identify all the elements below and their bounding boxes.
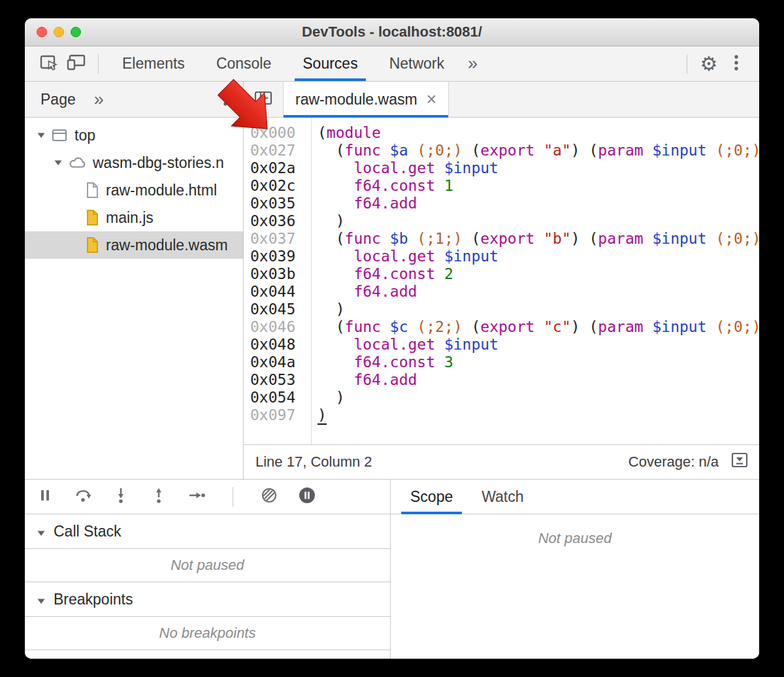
tab-console[interactable]: Console <box>201 46 287 81</box>
code-line[interactable]: (module <box>318 124 759 142</box>
tree-item-raw-module-html[interactable]: raw-module.html <box>25 176 243 204</box>
deactivate-breakpoints-icon <box>260 486 278 507</box>
line-address[interactable]: 0x048 <box>250 336 311 354</box>
cloud-icon <box>68 156 86 170</box>
step-over-button[interactable] <box>73 487 93 506</box>
scope-panel: ScopeWatch Not paused <box>391 480 759 659</box>
pause-on-exceptions-icon <box>298 486 316 507</box>
line-address[interactable]: 0x044 <box>250 283 311 301</box>
tree-item-wasm-dbg-stories-n[interactable]: wasm-dbg-stories.n <box>25 149 243 176</box>
code-line[interactable]: f64.add <box>318 371 759 389</box>
navigator-more-tabs-button[interactable]: » <box>94 90 104 110</box>
editor-area: raw-module.wasm × 0x0000x0270x02a0x02c0x… <box>244 82 759 479</box>
line-address[interactable]: 0x03b <box>250 265 311 283</box>
more-panels-button[interactable]: » <box>460 54 485 74</box>
minimize-window-button[interactable] <box>54 27 64 37</box>
inspect-element-button[interactable] <box>35 50 63 78</box>
step-into-button[interactable] <box>111 487 131 506</box>
close-tab-button[interactable]: × <box>427 91 437 108</box>
tab-scope[interactable]: Scope <box>396 480 467 514</box>
line-address[interactable]: 0x054 <box>250 389 311 406</box>
code-line[interactable]: (func $b (;1;) (export "b") (param $inpu… <box>318 230 759 248</box>
code-line[interactable]: f64.const 3 <box>318 354 759 371</box>
xhr-breakpoints-section-header[interactable]: XHR/fetch Breakpoints <box>25 650 390 659</box>
code-line[interactable]: f64.const 1 <box>318 177 759 195</box>
tab-elements[interactable]: Elements <box>106 46 201 81</box>
tree-item-label: raw-module.wasm <box>106 237 228 254</box>
code-line[interactable]: ) <box>318 301 759 318</box>
call-stack-section-header[interactable]: Call Stack <box>25 514 390 549</box>
tree-item-raw-module-wasm[interactable]: raw-module.wasm <box>25 231 243 259</box>
step-out-button[interactable] <box>149 487 169 506</box>
line-address[interactable]: 0x046 <box>250 318 311 336</box>
code-line[interactable]: ) <box>318 212 759 230</box>
doc-icon <box>85 182 99 199</box>
expand-arrow-icon[interactable] <box>34 132 48 139</box>
code-line[interactable]: (func $a (;0;) (export "a") (param $inpu… <box>318 142 759 159</box>
debugger-toolbar-divider <box>233 487 233 506</box>
main-menu-button[interactable] <box>723 50 750 78</box>
code-line[interactable]: local.get $input <box>318 248 759 265</box>
code-line[interactable]: (func $c (;2;) (export "c") (param $inpu… <box>318 318 759 336</box>
tab-page[interactable]: Page <box>41 91 76 108</box>
line-address[interactable]: 0x039 <box>250 248 311 265</box>
line-address[interactable]: 0x053 <box>250 371 311 389</box>
deactivate-breakpoints-button[interactable] <box>259 487 279 506</box>
line-address[interactable]: 0x045 <box>250 301 311 318</box>
code-line[interactable]: local.get $input <box>318 159 759 177</box>
tree-item-label: main.js <box>106 209 154 227</box>
tree-item-label: top <box>74 127 95 144</box>
close-window-button[interactable] <box>37 27 47 37</box>
step-over-icon <box>74 487 92 506</box>
code-line[interactable]: f64.add <box>318 195 759 212</box>
panel-tabs: ElementsConsoleSourcesNetwork <box>106 46 460 81</box>
debugger-sidebar: Call Stack Not paused Breakpoints No bre… <box>25 480 391 659</box>
settings-button[interactable]: ⚙ <box>695 50 723 78</box>
sources-panel: Page » topwasm-dbg-stories.nraw-module.h… <box>25 82 759 479</box>
step-into-icon <box>112 487 129 506</box>
expand-arrow-icon[interactable] <box>51 159 65 166</box>
step-button[interactable] <box>187 487 206 506</box>
call-stack-title: Call Stack <box>54 523 122 540</box>
line-address[interactable]: 0x037 <box>250 230 311 248</box>
line-address[interactable]: 0x000 <box>250 124 311 142</box>
breakpoints-title: Breakpoints <box>54 591 133 608</box>
navigator-menu-button[interactable] <box>216 88 235 110</box>
line-address[interactable]: 0x02a <box>250 159 311 177</box>
line-address[interactable]: 0x097 <box>250 406 311 424</box>
code-line[interactable]: local.get $input <box>318 336 759 354</box>
device-toolbar-icon <box>67 54 86 74</box>
editor-tab-raw-module-wasm[interactable]: raw-module.wasm × <box>283 82 449 117</box>
line-address[interactable]: 0x04a <box>250 354 311 371</box>
device-toolbar-button[interactable] <box>63 50 90 78</box>
scope-tabbar: ScopeWatch <box>391 480 759 514</box>
code-line[interactable]: f64.add <box>318 283 759 301</box>
code-line[interactable]: f64.const 2 <box>318 265 759 283</box>
coverage-status: Coverage: n/a <box>629 454 719 471</box>
tab-network[interactable]: Network <box>374 46 460 81</box>
pause-on-exceptions-button[interactable] <box>297 487 317 506</box>
line-address[interactable]: 0x027 <box>250 142 311 159</box>
code-line[interactable]: ) <box>318 389 759 406</box>
hide-navigator-button[interactable] <box>244 82 283 117</box>
zoom-window-button[interactable] <box>71 27 81 37</box>
tree-item-top[interactable]: top <box>25 122 243 149</box>
breakpoints-section-header[interactable]: Breakpoints <box>25 582 390 617</box>
line-address[interactable]: 0x036 <box>250 212 311 230</box>
editor-tabbar: raw-module.wasm × <box>244 82 759 118</box>
code-editor[interactable]: 0x0000x0270x02a0x02c0x0350x0360x0370x039… <box>244 118 759 444</box>
devtools-window: DevTools - localhost:8081/ ElementsConso… <box>25 18 759 659</box>
line-address[interactable]: 0x035 <box>250 195 311 212</box>
hide-navigator-icon <box>254 90 272 108</box>
navigator-header: Page » <box>25 82 243 118</box>
line-address[interactable]: 0x02c <box>250 177 311 195</box>
pause-script-button[interactable] <box>35 487 55 506</box>
tab-watch[interactable]: Watch <box>467 480 538 514</box>
tab-sources[interactable]: Sources <box>287 46 373 81</box>
section-expand-arrow-icon <box>37 523 46 540</box>
expand-panel-icon[interactable] <box>730 452 749 472</box>
frame-icon <box>51 128 68 142</box>
navigator-sidebar: Page » topwasm-dbg-stories.nraw-module.h… <box>25 82 244 479</box>
code-line[interactable]: ) <box>318 406 759 424</box>
tree-item-main-js[interactable]: main.js <box>25 204 243 231</box>
